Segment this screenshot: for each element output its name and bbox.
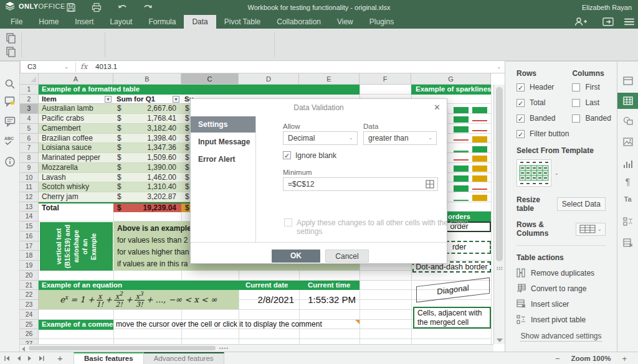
table-settings-icon[interactable] [617, 93, 638, 109]
row-header-19[interactable]: 19 [20, 261, 39, 271]
next-sheet-icon[interactable] [27, 355, 32, 362]
column-header-C[interactable]: C [181, 73, 239, 85]
close-icon[interactable]: ✕ [434, 103, 440, 112]
split-grip[interactable]: ▪▪▪▪ [219, 345, 229, 351]
slicer-settings-icon[interactable] [617, 235, 638, 251]
chevron-down-icon[interactable]: ⌄ [555, 170, 559, 176]
row-header-22[interactable]: 22 [20, 290, 39, 300]
split-grip[interactable]: ▪▪▪▪▪▪ [497, 266, 502, 273]
row-header-18[interactable]: 18 [20, 251, 39, 261]
checkbox-last[interactable]: Last [572, 98, 617, 107]
horizontal-scrollbar[interactable]: ▪▪▪▪ [20, 344, 493, 352]
checkbox-unchecked-icon[interactable] [572, 114, 580, 123]
row-header-2[interactable]: 2 [20, 95, 39, 105]
checkbox-header[interactable]: ✓Header [517, 83, 572, 91]
vertical-scroll-thumb[interactable] [496, 87, 503, 261]
image-settings-icon[interactable] [617, 134, 638, 150]
checkbox-checked-icon[interactable]: ✓ [517, 114, 525, 123]
template-preview[interactable] [517, 159, 551, 187]
action-insert-slicer[interactable]: Insert slicer [517, 299, 617, 309]
rows-columns-dropdown[interactable]: ⌄ [576, 223, 606, 236]
shape-settings-icon[interactable] [617, 113, 638, 129]
row-header-7[interactable]: 7 [20, 143, 39, 153]
menu-icon[interactable] [623, 17, 636, 27]
row-header-8[interactable]: 8 [20, 153, 39, 163]
last-sheet-icon[interactable] [39, 355, 45, 362]
select-all-corner[interactable] [20, 73, 39, 85]
checkbox-first[interactable]: First [572, 83, 617, 91]
pivot-settings-icon[interactable] [617, 213, 638, 230]
data-select[interactable]: greater than⌄ [363, 131, 437, 145]
prev-sheet-icon[interactable] [16, 355, 21, 362]
row-header-27[interactable]: 27 [20, 339, 39, 344]
row-header-3[interactable]: 3 [20, 104, 39, 114]
checkbox-unchecked-icon[interactable] [572, 99, 580, 107]
paragraph-settings-icon[interactable]: ¶ [617, 174, 638, 190]
add-user-icon[interactable] [574, 17, 587, 27]
checkbox-total[interactable]: ✓Total [517, 98, 572, 107]
row-header-11[interactable]: 11 [20, 182, 39, 192]
sheet-tab-advanced-features[interactable]: Advanced features [144, 352, 224, 364]
row-header-21[interactable]: 21 [20, 281, 39, 291]
row-header-26[interactable]: 26 [20, 329, 39, 339]
checkbox-checked-icon[interactable]: ✓ [517, 83, 525, 91]
row-header-20[interactable]: 20 [20, 271, 39, 281]
zoom-out-button[interactable]: − [555, 354, 560, 363]
column-header-F[interactable]: F [359, 73, 411, 85]
horizontal-scroll-thumb[interactable] [29, 346, 216, 350]
user-name[interactable]: Elizabeth Rayan [582, 0, 632, 15]
filter-dropdown-icon[interactable]: ▼ [173, 96, 179, 103]
row-header-16[interactable]: 16 [20, 231, 39, 241]
row-header-5[interactable]: 5 [20, 124, 39, 134]
select-data-button[interactable]: Select Data [557, 197, 606, 211]
row-header-6[interactable]: 6 [20, 134, 39, 144]
column-header-D[interactable]: D [239, 73, 299, 85]
allow-select[interactable]: Decimal⌄ [283, 131, 358, 145]
row-header-24[interactable]: 24 [20, 310, 39, 320]
cancel-button[interactable]: Cancel [325, 250, 369, 263]
filter-dropdown-icon[interactable]: ▼ [105, 96, 112, 103]
checkbox-filter-button[interactable]: ✓Filter button [517, 129, 572, 138]
checkbox-banded[interactable]: ✓Banded [517, 114, 572, 123]
checkbox-checked-icon[interactable]: ✓ [517, 99, 525, 107]
column-header-E[interactable]: E [299, 73, 359, 85]
show-advanced-settings-link[interactable]: Show advanced settings [517, 332, 606, 340]
vertical-text-autoshape[interactable]: Exampleof anautoshape(B15:E19) andvertic… [40, 222, 113, 271]
row-header-15[interactable]: 15 [20, 222, 39, 231]
zoom-in-button[interactable]: + [622, 354, 627, 363]
checkbox-checked-icon[interactable]: ✓ [517, 130, 525, 138]
add-sheet-button[interactable]: + [57, 352, 63, 364]
scroll-left-icon[interactable] [22, 347, 25, 352]
ignore-blank-checkbox[interactable]: ✓ Ignore blank [283, 151, 336, 160]
row-header-4[interactable]: 4 [20, 114, 39, 124]
column-header-B[interactable]: B [113, 73, 181, 85]
chart-settings-icon[interactable] [617, 156, 638, 172]
dialog-nav-input-message[interactable]: Input Message [191, 134, 255, 150]
row-header-1[interactable]: 1 [20, 85, 39, 95]
row-header-9[interactable]: 9 [20, 163, 39, 173]
row-header-13[interactable]: 13 [20, 202, 39, 212]
row-header-23[interactable]: 23 [20, 300, 39, 310]
collapse-formula-bar-icon[interactable]: ⌄ [497, 61, 501, 73]
column-header-G[interactable]: G [411, 73, 491, 85]
row-header-10[interactable]: 10 [20, 173, 39, 183]
row-header-25[interactable]: 25 [20, 320, 39, 330]
action-remove-duplicates[interactable]: Remove duplicates [517, 268, 617, 278]
select-range-icon[interactable] [426, 180, 434, 189]
checkbox-banded[interactable]: Banded [572, 114, 617, 123]
sheet-tab-basic-features[interactable]: Basic features [74, 352, 144, 364]
ok-button[interactable]: OK [272, 250, 320, 263]
action-insert-pivot-table[interactable]: Insert pivot table [517, 315, 617, 324]
row-header-12[interactable]: 12 [20, 192, 39, 202]
minimum-input[interactable]: =$C$12 [283, 177, 438, 191]
row-header-14[interactable]: 14 [20, 212, 39, 222]
row-header-17[interactable]: 17 [20, 241, 39, 251]
column-header-A[interactable]: A [39, 73, 113, 85]
checkbox-unchecked-icon[interactable] [572, 83, 580, 91]
action-convert-to-range[interactable]: Convert to range [517, 284, 617, 293]
vertical-scrollbar[interactable]: ▪▪▪▪▪▪ [493, 85, 505, 344]
open-location-icon[interactable] [602, 17, 614, 27]
comment-marker-icon[interactable] [355, 320, 359, 324]
dialog-nav-error-alert[interactable]: Error Alert [191, 151, 255, 167]
scroll-down-icon[interactable] [497, 338, 503, 342]
